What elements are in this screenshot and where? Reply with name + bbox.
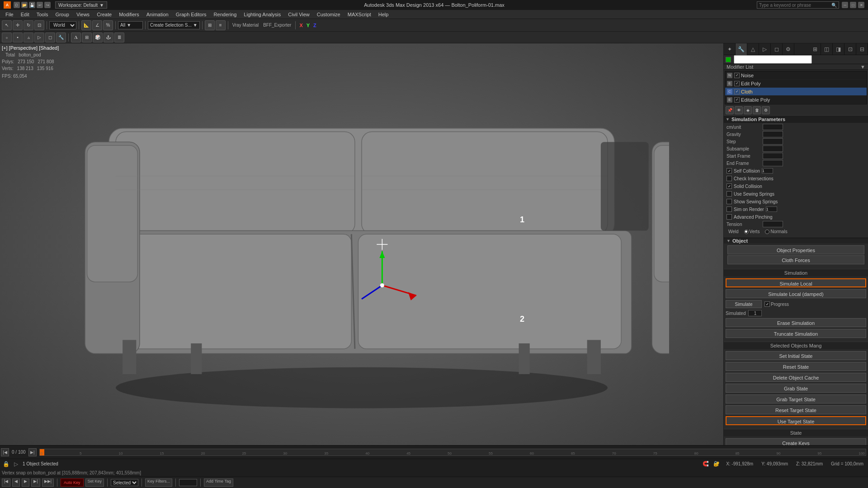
play-btn[interactable]: ▶ — [22, 479, 29, 487]
solid-collision-check[interactable]: ✓ — [726, 183, 732, 189]
z-axis[interactable]: Z — [312, 23, 318, 28]
start-frame-input[interactable]: 0 — [763, 153, 783, 159]
minimize-btn[interactable]: ─ — [842, 2, 848, 8]
x-axis[interactable]: X — [298, 23, 304, 28]
check-intersections-check[interactable] — [726, 176, 732, 181]
viewport-config[interactable]: ⊞ — [82, 33, 92, 42]
steering-wheels[interactable]: 🕹 — [104, 33, 113, 42]
modifier-check-epo[interactable]: ✓ — [734, 97, 740, 103]
sim-on-render-value[interactable] — [766, 206, 777, 212]
menu-civil-view[interactable]: Civil View — [284, 11, 313, 18]
radio-normals[interactable]: Normals — [765, 229, 787, 234]
lock-selection-icon[interactable]: 🔐 — [713, 461, 720, 467]
tab-create[interactable]: ✦ — [724, 43, 736, 55]
set-initial-state-btn[interactable]: Set Initial State — [726, 351, 866, 360]
grab-target-state-btn[interactable]: Grab Target State — [726, 394, 866, 404]
modifier-check-cl[interactable]: ✓ — [734, 89, 740, 94]
modifier-list-expand[interactable]: ▼ — [860, 64, 865, 70]
collapse-sim-params[interactable]: ▼ — [726, 117, 730, 122]
sim-on-render-check[interactable] — [726, 206, 732, 212]
radio-verts[interactable]: Verts — [744, 229, 760, 234]
auto-key-btn[interactable]: Auto Key — [61, 479, 84, 487]
workspace-dropdown[interactable]: Workspace: Default ▼ — [55, 1, 107, 9]
add-time-tag-btn[interactable]: Add Time Tag — [204, 479, 233, 487]
self-collision-value[interactable] — [762, 168, 773, 174]
use-target-state-btn[interactable]: Use Target State — [726, 416, 866, 425]
menu-edit[interactable]: Edit — [17, 11, 33, 18]
mirror-tool[interactable]: ⊞ — [205, 20, 215, 30]
utility-btn[interactable]: 🔧 — [56, 33, 66, 42]
layers-btn[interactable]: ≣ — [114, 33, 124, 42]
erase-simulation-btn[interactable]: Erase Simulation — [726, 318, 866, 327]
modifier-noise[interactable]: N ✓ Noise — [725, 71, 867, 80]
progress-check[interactable]: ✓ — [764, 301, 770, 307]
poly-count-display[interactable]: 𝚫 — [71, 33, 81, 42]
select-tool[interactable]: ↖ — [2, 20, 12, 30]
cloth-forces-btn[interactable]: Cloth Forces — [727, 255, 864, 264]
y-axis[interactable]: Y — [305, 23, 311, 28]
gravity-input[interactable]: -980,0 — [763, 131, 783, 137]
menu-file[interactable]: File — [2, 11, 17, 18]
reset-state-btn[interactable]: Reset State — [726, 362, 866, 371]
tab-hierarchy[interactable]: △ — [747, 43, 759, 55]
viewport-area[interactable]: [+] [Perspective] [Shaded] Total bolton_… — [0, 43, 723, 445]
panel-toggle-4[interactable]: ⊡ — [844, 43, 856, 55]
remove-modifier-btn[interactable]: 🗑 — [753, 106, 761, 114]
time-prev-btn[interactable]: |◀ — [1, 448, 9, 456]
save-btn[interactable]: 💾 — [29, 2, 35, 8]
show-sewing-springs-check[interactable] — [726, 199, 732, 204]
selection-lock-icon[interactable]: 🔒 — [3, 461, 9, 467]
simulate-btn[interactable]: Simulate — [726, 300, 762, 308]
modifier-cloth[interactable]: C ✓ Cloth — [725, 88, 867, 96]
menu-rendering[interactable]: Rendering — [210, 11, 241, 18]
object-name-input[interactable]: bolton_pod — [734, 55, 812, 64]
reset-target-state-btn[interactable]: Reset Target State — [726, 405, 866, 414]
selection-filter-icon[interactable]: ▷ — [14, 461, 18, 467]
grab-state-btn[interactable]: Grab State — [726, 384, 866, 393]
simulate-local-damped-btn[interactable]: Simulate Local (damped) — [726, 289, 866, 298]
snap-icon[interactable]: 🧲 — [703, 461, 709, 467]
new-btn[interactable]: 🗋 — [14, 2, 20, 8]
obj-mode-btn[interactable]: ⬦ — [2, 33, 12, 42]
tab-modify[interactable]: 🔧 — [736, 43, 747, 55]
panel-toggle-2[interactable]: ◫ — [821, 43, 833, 55]
menu-graph-editors[interactable]: Graph Editors — [172, 11, 210, 18]
self-collision-check[interactable]: ✓ — [726, 168, 732, 174]
undo-btn[interactable]: ↩ — [37, 2, 43, 8]
tab-motion[interactable]: ▷ — [759, 43, 771, 55]
show-end-result-btn[interactable]: 👁 — [735, 106, 743, 114]
simulate-local-btn[interactable]: Simulate Local — [726, 278, 866, 287]
modifier-edit-poly[interactable]: E ✓ Edit Poly — [725, 80, 867, 88]
scale-tool[interactable]: ⊡ — [34, 20, 44, 30]
snap-toggle[interactable]: 📐 — [81, 20, 91, 30]
select-filter[interactable]: All ▼ — [118, 21, 143, 29]
use-sewing-springs-check[interactable] — [726, 191, 732, 197]
view-cube[interactable]: 🎲 — [93, 33, 103, 42]
menu-customize[interactable]: Customize — [313, 11, 344, 18]
motion-btn[interactable]: ▷ — [34, 33, 44, 42]
set-key-btn[interactable]: Set Key — [85, 479, 104, 487]
search-box[interactable]: 🔍 — [757, 1, 839, 9]
reference-coord-dropdown[interactable]: World Local View — [49, 21, 76, 29]
open-btn[interactable]: 📂 — [21, 2, 28, 8]
subsample-input[interactable]: 1 — [763, 145, 783, 152]
make-unique-btn[interactable]: ◈ — [744, 106, 752, 114]
modifier-check-ep[interactable]: ✓ — [734, 81, 740, 86]
delete-object-cache-btn[interactable]: Delete Object Cache — [726, 373, 866, 382]
advanced-pinching-check[interactable] — [726, 214, 732, 220]
search-input[interactable] — [759, 3, 831, 8]
tab-utilities[interactable]: ⚙ — [783, 43, 794, 55]
display-btn[interactable]: ◻ — [45, 33, 55, 42]
menu-modifiers[interactable]: Modifiers — [115, 11, 143, 18]
pin-stack-btn[interactable]: 📌 — [726, 106, 734, 114]
hier-btn[interactable]: ▵ — [24, 33, 33, 42]
key-filters-btn[interactable]: Key Filters... — [145, 479, 172, 487]
angle-snap[interactable]: ∠ — [92, 20, 102, 30]
rotate-tool[interactable]: ↻ — [24, 20, 33, 30]
play-prev-btn[interactable]: |◀ — [2, 479, 10, 487]
sub-obj-btn[interactable]: ▪ — [13, 33, 23, 42]
menu-help[interactable]: Help — [375, 11, 392, 18]
object-properties-btn[interactable]: Object Properties — [727, 245, 864, 254]
truncate-simulation-btn[interactable]: Truncate Simulation — [726, 329, 866, 338]
panel-toggle-1[interactable]: ⊞ — [809, 43, 821, 55]
